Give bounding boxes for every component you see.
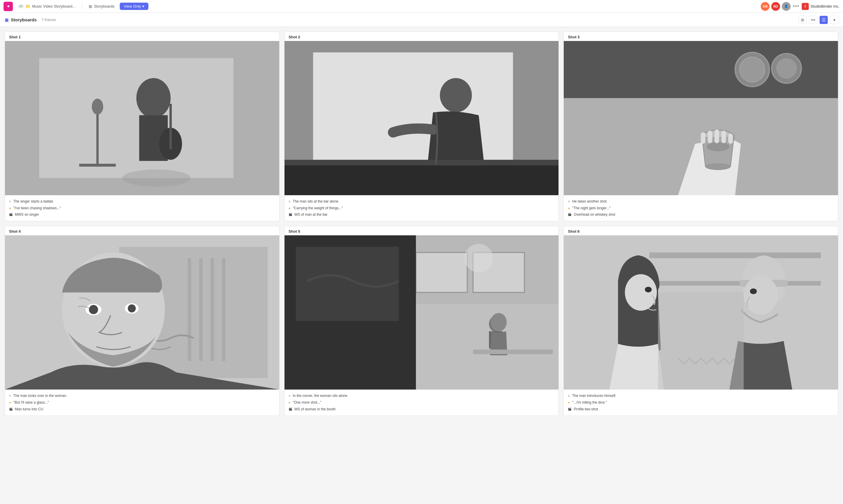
shot-1-dialogue: ● "I've been chasing shadows...": [9, 205, 275, 212]
company-info: S StudioBinder Inc.: [802, 3, 840, 10]
svg-rect-4: [96, 109, 98, 166]
shot-5-camera-text: WS of woman in the booth: [294, 407, 336, 412]
shot-1-header: Shot 1: [5, 32, 279, 41]
svg-rect-55: [649, 281, 821, 286]
shot-6-details: ≡ The man introduces himself. ● "...I'm …: [564, 390, 838, 415]
shot-card-5: Shot 5: [284, 226, 559, 416]
shot-4-camera: 🎬 Man turns into CU: [9, 406, 275, 413]
shot-1-camera-text: MWS on singer: [15, 212, 39, 217]
svg-point-6: [92, 98, 103, 115]
svg-rect-5: [79, 164, 116, 167]
project-tab-label: Music Video Storyboard...: [32, 4, 76, 8]
svg-rect-1: [39, 58, 233, 178]
project-tab[interactable]: v0 📁 Music Video Storyboard...: [15, 3, 78, 10]
svg-rect-11: [313, 52, 513, 161]
shot-card-6: Shot 6: [563, 226, 838, 416]
shot-card-1: Shot 1 ≡ The singer s: [5, 32, 280, 221]
camera-icon: 🎬: [568, 213, 571, 217]
svg-rect-63: [658, 292, 744, 390]
svg-rect-24: [701, 132, 706, 144]
shot-3-image: [564, 41, 838, 195]
svg-rect-44: [399, 304, 558, 390]
shot-3-desc-text: He takes another shot.: [572, 199, 608, 204]
description-icon: ≡: [289, 394, 290, 398]
dialogue-icon: ●: [289, 206, 291, 211]
svg-rect-42: [416, 253, 467, 293]
shot-2-dialogue-text: "Carrying the weight of things...": [293, 206, 343, 211]
shot-4-dialogue: ● "But I'll raise a glass...": [9, 399, 275, 406]
shot-2-header: Shot 2: [285, 32, 559, 41]
shot-3-header: Shot 3: [564, 32, 838, 41]
svg-rect-34: [222, 258, 226, 361]
view-only-button[interactable]: View Only ▾: [120, 3, 148, 10]
svg-rect-27: [721, 130, 726, 143]
svg-point-49: [490, 313, 507, 331]
shot-5-image: [285, 235, 559, 390]
shot-2-camera: 🎬 WS of man at the bar: [289, 211, 555, 218]
shot-4-camera-text: Man turns into CU: [15, 407, 43, 412]
shot-4-details: ≡ The man looks over to the woman. ● "Bu…: [5, 390, 279, 415]
avatar-user[interactable]: 👤: [782, 2, 791, 11]
more-view-button[interactable]: •••: [809, 16, 817, 24]
camera-icon: 🎬: [568, 407, 571, 411]
shot-6-desc-text: The man introduces himself.: [572, 393, 616, 398]
svg-rect-13: [285, 164, 559, 195]
svg-rect-28: [728, 133, 733, 144]
avatar-or[interactable]: OR: [761, 2, 770, 11]
avatar-group: OR RD 👤: [761, 2, 791, 11]
description-icon: ≡: [568, 199, 570, 204]
shot-6-description: ≡ The man introduces himself.: [568, 393, 834, 399]
shot-2-image: [285, 41, 559, 195]
avatar-rd[interactable]: RD: [771, 2, 780, 11]
camera-icon: 🎬: [289, 407, 292, 411]
shot-4-image: [5, 235, 279, 390]
secondary-navigation: ▣ Storyboards 7 frames ⊞ ••• ☰ ▾: [0, 13, 843, 27]
view-controls: ⊞ ••• ☰ ▾: [799, 16, 838, 24]
svg-point-57: [625, 274, 657, 311]
svg-rect-25: [708, 130, 713, 143]
nav-divider: [82, 3, 82, 10]
camera-icon: 🎬: [9, 407, 13, 411]
svg-rect-31: [187, 258, 191, 361]
shot-4-description: ≡ The man looks over to the woman.: [9, 393, 275, 399]
shot-card-2: Shot 2 ≡ The man sits: [284, 32, 559, 221]
svg-point-61: [744, 276, 778, 315]
shot-card-3: Shot 3: [563, 32, 838, 221]
more-options-button[interactable]: •••: [793, 3, 800, 10]
storyboards-tab[interactable]: ⊞ Storyboards: [86, 3, 118, 10]
shot-3-camera-text: Overhead on whiskey shot: [574, 212, 615, 217]
shot-5-camera: 🎬 WS of woman in the booth: [289, 406, 555, 413]
svg-point-39: [128, 304, 136, 312]
shot-5-dialogue: ● "One more shot...": [289, 399, 555, 406]
storyboards-icon: ⊞: [89, 4, 92, 9]
chevron-down-icon: ▾: [142, 4, 144, 8]
shot-3-dialogue: ● "The night gets longer...": [568, 205, 834, 212]
svg-point-22: [705, 163, 731, 170]
description-icon: ≡: [9, 199, 11, 204]
shot-5-details: ≡ In the corner, the woman sits alone. ●…: [285, 390, 559, 415]
svg-point-62: [750, 289, 757, 294]
shot-4-header: Shot 4: [5, 226, 279, 235]
shot-2-dialogue: ● "Carrying the weight of things...": [289, 205, 555, 212]
svg-rect-26: [715, 129, 719, 143]
svg-rect-33: [211, 258, 214, 361]
shot-6-camera-text: Profile two-shot: [574, 407, 598, 412]
storyboards-tab-label: Storyboards: [94, 4, 114, 8]
section-title-text: Storyboards: [11, 17, 37, 22]
shot-1-image: [5, 41, 279, 195]
view-chevron[interactable]: ▾: [830, 16, 838, 24]
section-icon: ▣: [5, 18, 8, 22]
grid-view-button[interactable]: ⊞: [799, 16, 807, 24]
project-icon: 📁: [25, 4, 31, 9]
company-name: StudioBinder Inc.: [810, 4, 840, 8]
svg-point-18: [740, 57, 765, 82]
svg-point-9: [122, 169, 191, 187]
list-view-button[interactable]: ☰: [820, 16, 828, 24]
shot-1-desc-text: The singer starts a ballad.: [13, 199, 54, 204]
svg-point-20: [776, 58, 797, 79]
shot-1-camera: 🎬 MWS on singer: [9, 211, 275, 218]
shot-3-dialogue-text: "The night gets longer...": [572, 206, 611, 211]
description-icon: ≡: [568, 394, 570, 398]
svg-point-23: [706, 142, 730, 151]
shot-6-header: Shot 6: [564, 226, 838, 235]
